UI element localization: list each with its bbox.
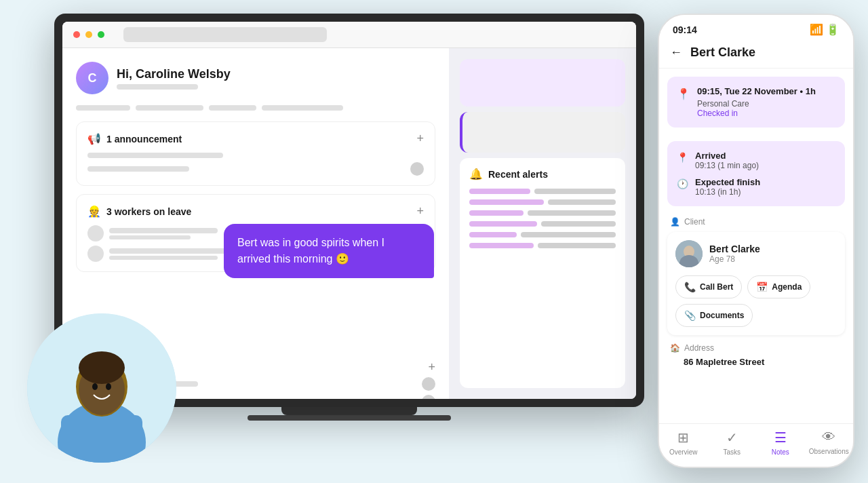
wb4 — [109, 256, 218, 260]
battery-icon: 🔋 — [826, 23, 840, 36]
alert-row-2 — [469, 199, 616, 205]
agenda-button[interactable]: 📅 Agenda — [747, 275, 810, 298]
expected-time: 10:13 (in 1h) — [695, 187, 760, 197]
nav-pill-1 — [76, 105, 130, 111]
greeting-sub — [117, 84, 198, 90]
expand-dot[interactable] — [98, 31, 104, 38]
nurse-svg — [27, 313, 176, 463]
client-row: Bert Clarke Age 78 — [675, 240, 837, 267]
alert-row-4 — [469, 221, 616, 227]
message-bubble: Bert was in good spirits when I arrived … — [224, 224, 434, 278]
alert-bar-b2 — [548, 199, 616, 205]
alert-bar-b4 — [541, 221, 616, 227]
visit-type: Personal Care — [697, 99, 816, 109]
alert-bar-a6 — [469, 243, 534, 248]
client-name: Bert Clarke — [709, 244, 760, 254]
announcement-title-group: 📢 1 announcement — [87, 132, 182, 145]
arrived-label: Arrived — [695, 151, 759, 161]
user-avatar: C — [76, 62, 108, 94]
client-info: Bert Clarke Age 78 — [709, 244, 760, 264]
workers-title: 3 workers on leave — [106, 206, 191, 217]
alert-row-6 — [469, 243, 616, 248]
phone-bottom-nav: ⊞ Overview ✓ Tasks ☰ Notes 👁 Observation… — [659, 423, 853, 467]
client-avatar-svg — [675, 240, 703, 267]
more-expand[interactable]: + — [428, 360, 435, 374]
location-icon: 📍 — [677, 88, 690, 100]
status-time: 09:14 — [673, 24, 697, 35]
bell-icon: 🔔 — [469, 168, 483, 180]
nav-notes-label: Notes — [772, 448, 789, 456]
nav-tasks[interactable]: ✓ Tasks — [708, 429, 757, 456]
close-dot[interactable] — [73, 31, 80, 38]
alert-bar-b3 — [528, 210, 616, 216]
arrived-row: 📍 Arrived 09:13 (1 min ago) — [677, 151, 835, 170]
worker-dot-1 — [87, 225, 104, 242]
alert-bar-b1 — [534, 189, 616, 194]
home-icon: 🏠 — [670, 343, 680, 353]
phone-frame: 09:14 📶 🔋 ← Bert Clarke 📍 09:15, Tue 22 … — [658, 14, 854, 468]
phone-container: 09:14 📶 🔋 ← Bert Clarke 📍 09:15, Tue 22 … — [658, 14, 854, 468]
laptop-topbar — [62, 22, 636, 48]
alert-bar-a2 — [469, 199, 544, 205]
alert-bar-b6 — [538, 243, 616, 248]
alert-bar-a4 — [469, 221, 537, 227]
alerts-title: Recent alerts — [488, 169, 548, 180]
message-text: Bert was in good spirits when I arrived … — [237, 237, 384, 265]
announce-bar-1 — [87, 153, 223, 158]
visit-time: 09:15, Tue 22 November • 1h — [697, 86, 816, 96]
agenda-label: Agenda — [772, 282, 802, 292]
announce-bar-2 — [87, 166, 189, 172]
back-arrow[interactable]: ← — [670, 45, 682, 60]
status-icons: 📶 🔋 — [810, 23, 840, 36]
tasks-icon: ✓ — [726, 429, 738, 446]
svg-rect-2 — [61, 415, 142, 463]
phone-header: ← Bert Clarke — [659, 40, 853, 69]
person-icon: 👤 — [670, 217, 680, 227]
nav-overview-label: Overview — [669, 448, 698, 456]
workers-title-group: 👷 3 workers on leave — [87, 205, 191, 218]
announce-bar-row — [87, 162, 424, 176]
greeting-text: Hi, Caroline Welsby — [117, 67, 231, 81]
client-card: Bert Clarke Age 78 📞 Call Bert 📅 Agenda … — [667, 232, 845, 335]
nav-pills — [76, 105, 435, 111]
action-buttons: 📞 Call Bert 📅 Agenda 📎 Documents — [675, 275, 837, 327]
visit-status: Checked in — [697, 109, 816, 118]
expected-label: Expected finish — [695, 177, 760, 187]
minimize-dot[interactable] — [85, 31, 92, 38]
greeting-group: Hi, Caroline Welsby — [117, 67, 231, 90]
document-icon: 📎 — [684, 310, 696, 321]
alert-row-5 — [469, 232, 616, 237]
nav-observations[interactable]: 👁 Observations — [805, 429, 854, 456]
announce-circle — [410, 162, 424, 176]
alert-row-3 — [469, 210, 616, 216]
workers-icon: 👷 — [87, 205, 101, 218]
wb1 — [109, 228, 218, 233]
announcement-expand[interactable]: + — [416, 132, 424, 146]
overview-icon: ⊞ — [677, 429, 689, 446]
arrived-group: Arrived 09:13 (1 min ago) — [695, 151, 759, 170]
client-label-text: Client — [684, 217, 705, 227]
phone-icon: 📞 — [684, 282, 696, 292]
worker-dot-2 — [87, 246, 104, 262]
nav-notes[interactable]: ☰ Notes — [756, 429, 805, 456]
laptop-stand — [248, 415, 451, 421]
dashboard-header: C Hi, Caroline Welsby — [76, 62, 435, 94]
bb-c1 — [422, 377, 435, 391]
documents-button[interactable]: 📎 Documents — [675, 304, 753, 327]
address-bar[interactable] — [123, 27, 327, 42]
call-button[interactable]: 📞 Call Bert — [675, 275, 742, 298]
phone-header-title: Bert Clarke — [690, 45, 755, 60]
nav-observations-label: Observations — [809, 448, 849, 455]
nav-overview[interactable]: ⊞ Overview — [659, 429, 708, 456]
workers-expand[interactable]: + — [416, 204, 424, 218]
workers-header: 👷 3 workers on leave + — [87, 204, 424, 218]
laptop-hinge — [281, 407, 417, 415]
nav-pill-4 — [262, 105, 343, 111]
address-section: 🏠 Address 86 Mapletree Street — [659, 338, 853, 372]
laptop-stand-group — [248, 407, 451, 421]
visit-header: 📍 09:15, Tue 22 November • 1h Personal C… — [677, 86, 835, 118]
right-top-card — [460, 59, 625, 107]
alert-bar-b5 — [521, 232, 616, 237]
nav-pill-3 — [209, 105, 256, 111]
visit-details: 09:15, Tue 22 November • 1h Personal Car… — [697, 86, 816, 118]
